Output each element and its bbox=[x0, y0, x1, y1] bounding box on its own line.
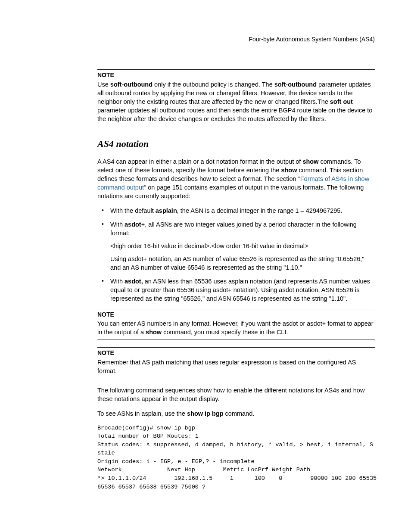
note-block: NOTE Remember that AS path matching that… bbox=[97, 347, 375, 378]
bold-term: show bbox=[146, 329, 162, 336]
text: With bbox=[110, 221, 125, 228]
bold-term: asplain bbox=[156, 207, 177, 214]
intro-paragraph: A AS4 can appear in either a plain or a … bbox=[97, 157, 375, 200]
text: parameter updates all outbound routes an… bbox=[97, 107, 372, 122]
format-example: <high order 16‑bit value in decimal>.<lo… bbox=[110, 242, 375, 250]
bold-term: soft-outbound bbox=[110, 81, 153, 88]
text: Use bbox=[97, 81, 110, 88]
bold-term: show ip bgp bbox=[187, 410, 224, 417]
explanation-text: Using asdot+ notation, an AS number of v… bbox=[110, 255, 375, 272]
note-block: NOTE You can enter AS numbers in any for… bbox=[97, 309, 375, 339]
bold-term: soft out bbox=[330, 98, 353, 105]
note-block: NOTE Use soft-outbound only if the outbo… bbox=[97, 69, 375, 126]
bold-term: asdot bbox=[125, 221, 141, 228]
note-label: NOTE bbox=[97, 71, 375, 79]
list-item: With the default asplain, the ASN is a d… bbox=[97, 206, 375, 215]
list-item: With asdot+, all ASNs are two integer va… bbox=[97, 220, 375, 272]
running-header: Four-byte Autonomous System Numbers (AS4… bbox=[97, 35, 375, 44]
note-body: You can enter AS numbers in any format. … bbox=[97, 319, 375, 336]
bold-term: asdot, bbox=[125, 278, 143, 285]
cli-output: Brocade(config)# show ip bgp Total numbe… bbox=[97, 424, 375, 492]
bold-term: show bbox=[281, 167, 297, 174]
body-paragraph: The following command sequences show how… bbox=[97, 386, 375, 403]
text: command, you must specify these in the C… bbox=[162, 329, 288, 336]
note-label: NOTE bbox=[97, 349, 375, 357]
section-heading: AS4 notation bbox=[97, 137, 375, 150]
bold-term: show bbox=[302, 158, 318, 165]
text: , the ASN is a decimal integer in the ra… bbox=[177, 207, 342, 214]
bullet-list: With the default asplain, the ASN is a d… bbox=[97, 206, 375, 303]
text: +, all ASNs are two integer values joine… bbox=[110, 221, 357, 236]
text: To see ASNs in asplain, use the bbox=[97, 410, 187, 417]
note-body: Remember that AS path matching that uses… bbox=[97, 358, 375, 375]
bold-term: soft-outbound bbox=[274, 81, 317, 88]
note-body: Use soft-outbound only if the outbound p… bbox=[97, 80, 375, 123]
text: A AS4 can appear in either a plain or a … bbox=[97, 158, 302, 165]
text: With the default bbox=[110, 207, 156, 214]
list-item: With asdot, an ASN less than 65536 uses … bbox=[97, 277, 375, 303]
text: only if the outbound policy is changed. … bbox=[153, 81, 274, 88]
text: With bbox=[110, 278, 125, 285]
document-page: Four-byte Autonomous System Numbers (AS4… bbox=[0, 0, 411, 517]
text: command. bbox=[224, 410, 255, 417]
body-paragraph: To see ASNs in asplain, use the show ip … bbox=[97, 409, 375, 418]
note-label: NOTE bbox=[97, 311, 375, 319]
text: an ASN less than 65536 uses asplain nota… bbox=[110, 278, 370, 302]
